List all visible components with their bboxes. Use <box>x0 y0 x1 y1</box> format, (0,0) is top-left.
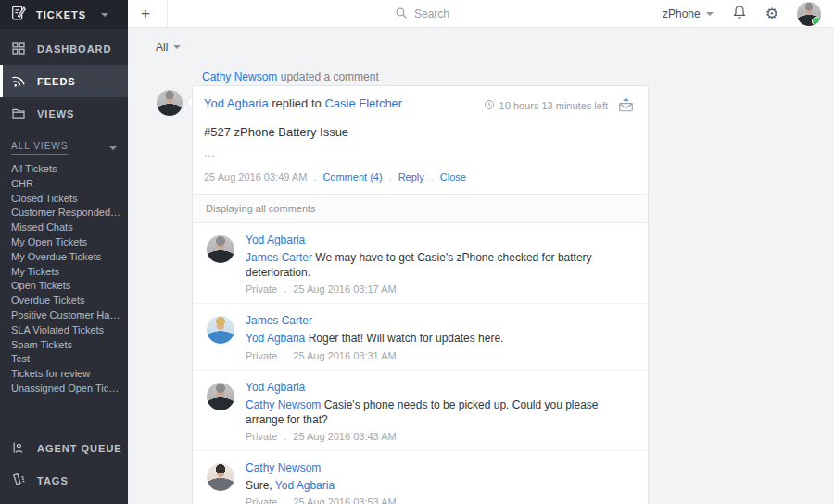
feed-item-header: Yod Agbaria replied to Casie Fletcher <box>204 96 402 110</box>
commenter-avatar[interactable] <box>207 316 234 344</box>
clock-icon <box>484 99 495 112</box>
sidebar-view-item[interactable]: My Open Tickets <box>11 235 128 250</box>
sidebar-view-item[interactable]: Spam Tickets <box>11 338 128 353</box>
user-mention-link[interactable]: Yod Agbaria <box>275 479 335 492</box>
commenter-avatar[interactable] <box>207 463 234 491</box>
user-avatar[interactable] <box>797 2 821 26</box>
comment-visibility: Private <box>246 497 277 504</box>
ticket-title-link[interactable]: #527 zPhone Battery Issue <box>204 125 635 139</box>
sidebar-item-label: AGENT QUEUE <box>37 443 122 454</box>
user-mention-link[interactable]: Yod Agbaria <box>246 332 305 345</box>
global-search[interactable]: Search <box>395 0 449 28</box>
chevron-down-icon <box>109 146 117 150</box>
ticket-document-icon <box>10 5 27 24</box>
sidebar-view-item[interactable]: Missed Chats <box>11 220 128 235</box>
department-label: zPhone <box>663 7 701 20</box>
notifications-button[interactable] <box>732 5 747 22</box>
reply-action-link[interactable]: Reply <box>398 171 424 183</box>
sidebar-item-views[interactable]: VIEWS <box>0 97 128 130</box>
sidebar-view-item[interactable]: Overdue Tickets <box>11 294 128 309</box>
feed-item-date: 25 Aug 2016 03:49 AM <box>204 171 307 183</box>
feed-story-line: Cathy Newsom updated a comment <box>202 70 379 83</box>
sidebar-item-label: VIEWS <box>37 108 74 120</box>
separator: . <box>431 171 434 183</box>
comments-list: Yod Agbaria James Carter We may have to … <box>193 223 648 504</box>
chevron-down-icon <box>706 12 714 16</box>
sidebar-view-item[interactable]: Positive Customer Happines... <box>11 309 128 323</box>
sidebar-view-item[interactable]: Tickets for review <box>11 367 128 382</box>
close-action-link[interactable]: Close <box>440 171 466 183</box>
feeds-rss-icon <box>11 73 26 90</box>
comment-item: Cathy Newsom Sure, Yod Agbaria Private .… <box>193 451 648 504</box>
sidebar-view-item[interactable]: My Overdue Tickets <box>11 250 128 265</box>
comment-item: Yod Agbaria James Carter We may have to … <box>193 223 648 304</box>
bell-icon <box>732 5 747 22</box>
comment-action-link[interactable]: Comment (4) <box>322 171 382 183</box>
sidebar-view-item[interactable]: CHR <box>11 177 128 192</box>
dashboard-grid-icon <box>11 41 26 57</box>
feed-filter-dropdown[interactable]: All <box>156 41 181 54</box>
sidebar-item-agent-queue[interactable]: AGENT QUEUE <box>0 432 128 464</box>
sidebar-item-dashboard[interactable]: DASHBOARD <box>0 32 128 65</box>
agent-queue-icon <box>11 440 26 457</box>
sidebar-view-item[interactable]: Closed Tickets <box>11 192 128 207</box>
sidebar-item-label: TAGS <box>37 475 69 486</box>
gear-icon: ⚙ <box>765 6 778 21</box>
sidebar-item-tags[interactable]: TAGS <box>0 464 128 497</box>
comment-visibility: Private <box>246 350 277 361</box>
separator: . <box>284 431 286 442</box>
feed-author-avatar[interactable] <box>157 90 183 116</box>
search-icon <box>395 6 408 22</box>
target-link[interactable]: Casie Fletcher <box>324 96 402 110</box>
commenter-avatar[interactable] <box>207 235 234 263</box>
sidebar: TICKETS DASHBOARD FEEDS <box>0 0 128 504</box>
sidebar-item-feeds[interactable]: FEEDS <box>0 65 128 97</box>
author-link[interactable]: Yod Agbaria <box>204 96 269 110</box>
department-selector[interactable]: zPhone <box>663 7 714 20</box>
views-folder-icon <box>11 106 26 122</box>
chevron-down-icon <box>173 45 181 49</box>
sidebar-view-item[interactable]: Open Tickets <box>11 279 128 294</box>
commenter-name-link[interactable]: Cathy Newsom <box>246 461 397 474</box>
divider <box>167 0 168 28</box>
comments-header: Displaying all comments <box>193 194 648 223</box>
all-views-dropdown[interactable]: ALL VIEWS <box>11 141 117 155</box>
sla-text: 10 hours 13 minutes left <box>499 100 608 111</box>
comment-text: Sure, <box>246 479 275 492</box>
app-switcher-tickets[interactable]: TICKETS <box>0 0 128 29</box>
search-placeholder-text: Search <box>414 7 449 20</box>
commenter-name-link[interactable]: Yod Agbaria <box>246 381 635 394</box>
comment-body: Yod Agbaria Roger that! Will watch for u… <box>246 331 503 346</box>
sidebar-view-item[interactable]: My Tickets <box>11 265 128 280</box>
settings-button[interactable]: ⚙ <box>765 6 778 21</box>
sidebar-view-item[interactable]: SLA Violated Tickets <box>11 323 128 338</box>
commenter-avatar[interactable] <box>207 383 234 410</box>
sidebar-item-label: DASHBOARD <box>37 44 112 55</box>
feed-filter-label: All <box>156 41 168 54</box>
commenter-name-link[interactable]: James Carter <box>246 314 503 327</box>
comment-date: 25 Aug 2016 03:31 AM <box>293 350 396 361</box>
separator: . <box>284 350 286 361</box>
tags-icon <box>11 472 26 489</box>
sidebar-view-item[interactable]: Customer Responded Tickets <box>11 206 128 220</box>
send-email-icon[interactable] <box>617 96 635 115</box>
separator: . <box>313 171 316 183</box>
user-mention-link[interactable]: Cathy Newsom <box>246 398 321 411</box>
add-ticket-button[interactable]: + <box>141 6 167 21</box>
sidebar-view-item[interactable]: Test <box>11 352 128 367</box>
commenter-name-link[interactable]: Yod Agbaria <box>246 233 635 246</box>
comment-date: 25 Aug 2016 03:43 AM <box>293 431 396 442</box>
feed-card: Yod Agbaria replied to Casie Fletcher 10… <box>192 85 649 504</box>
sidebar-item-label: FEEDS <box>37 76 76 87</box>
comment-item: Yod Agbaria Cathy Newsom Casie's phone n… <box>193 371 648 451</box>
actor-link[interactable]: Cathy Newsom <box>202 70 277 83</box>
comment-body: Cathy Newsom Casie's phone needs to be p… <box>246 397 635 427</box>
story-action-text: updated a comment <box>281 70 379 83</box>
comment-visibility: Private <box>246 284 277 295</box>
user-mention-link[interactable]: James Carter <box>246 251 312 264</box>
sidebar-view-item[interactable]: Unassigned Open Tickets <box>11 382 128 397</box>
all-views-label: ALL VIEWS <box>11 141 68 155</box>
comment-body: James Carter We may have to get Casie's … <box>246 250 635 280</box>
separator: . <box>284 497 286 504</box>
sidebar-view-item[interactable]: All Tickets <box>11 162 128 177</box>
